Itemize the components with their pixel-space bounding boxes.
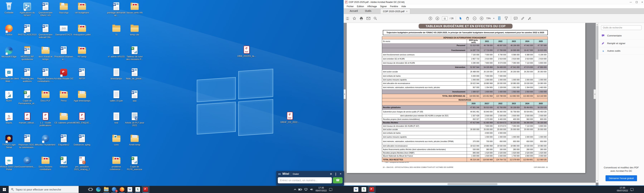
previous-page-icon[interactable] [428, 16, 433, 21]
desktop-icon[interactable]: S→καιρός [0, 112, 19, 124]
panel-item-fill-sign[interactable]: Remplir et signer [598, 39, 644, 47]
desktop-icon[interactable]: WQuestionnaire ONAC-VG [36, 2, 55, 17]
desktop-icon[interactable]: W→PASTILLAGE2010 [17, 24, 37, 36]
zoom-dropdown-caret-icon[interactable]: ▼ [493, 17, 495, 19]
scrolling-mode-icon[interactable] [504, 16, 508, 21]
desktop-icon[interactable]: PDFmanuel_utilisat... [17, 112, 37, 124]
desktop-icon[interactable]: WQuestionnaire indicatif ON... [36, 24, 55, 39]
desktop-icon[interactable]: WProcédure examen e... [54, 46, 74, 61]
menu-edition[interactable]: Edition [355, 5, 366, 8]
taskbar-app-explorer[interactable] [102, 186, 110, 193]
menu-signer[interactable]: Signer [378, 5, 388, 8]
page-number-input[interactable]: 11 [442, 16, 448, 20]
task-view-button[interactable] [86, 186, 94, 193]
desktop-icon[interactable]: →Applications du SENAT [17, 2, 37, 17]
desktop-icon[interactable]: knd [106, 112, 126, 124]
menu-aide[interactable]: Aide [400, 5, 408, 8]
tray-chevron-icon[interactable] [294, 189, 296, 191]
close-button[interactable]: × [642, 1, 643, 3]
nav-pane-toggle[interactable] [344, 89, 346, 99]
desktop-icon[interactable]: ✉Gouvernement_... [17, 156, 37, 168]
desktop-icon[interactable]: WEtiquettes2 [54, 134, 74, 146]
desktop-icon[interactable]: ♻Corbeille [0, 2, 19, 14]
desktop-icon[interactable]: XInflation [54, 156, 74, 168]
start-button[interactable] [0, 186, 8, 193]
desktop-icon[interactable]: WMODELE RP quotidienne [17, 46, 37, 61]
desktop-icon[interactable]: →Microsoft Edge [0, 46, 19, 58]
menu-fenêtre[interactable]: Fenêtre [388, 5, 400, 8]
tools-pane-toggle[interactable] [594, 89, 596, 99]
clock-right[interactable]: 17:35 05/07/2022 [617, 187, 628, 192]
desktop-icon[interactable]: ⚙StacsApp [54, 2, 74, 14]
close-icon[interactable]: × [339, 172, 342, 176]
desktop-icon[interactable]: PDFMEMO_ENQUE... [72, 112, 92, 124]
desktop-icon[interactable]: Anticipation juillet [72, 24, 92, 36]
sign-pen-icon[interactable] [527, 16, 532, 21]
desktop-icon[interactable]: ✉→Mozilla Thunderbird [36, 134, 55, 146]
desktop-icon[interactable]: Agat timestamps [72, 90, 92, 102]
desktop-icon[interactable]: WRPTP [72, 68, 92, 80]
desktop-icon[interactable]: Perso [54, 90, 74, 102]
desktop-icon[interactable]: salles 15 juin [106, 90, 126, 102]
desktop-icon[interactable]: CE cabinets privés [54, 112, 74, 124]
next-page-icon[interactable] [435, 16, 440, 21]
horizontal-scrollbar[interactable] [344, 183, 596, 186]
network-icon[interactable] [304, 188, 308, 191]
scroll-up-arrow[interactable] [596, 23, 598, 25]
zoom-in-icon[interactable] [479, 16, 484, 21]
vertical-scrollbar[interactable] [596, 23, 598, 183]
taskbar-app-excel[interactable]: X [134, 186, 142, 193]
taskbar-app-acrobat[interactable] [368, 186, 376, 193]
tab-document[interactable]: COP 2020-2025.pdf × [380, 9, 410, 14]
desktop-icon[interactable]: XCopie de Permanence_et... [17, 90, 37, 105]
hand-tool-icon[interactable] [465, 16, 470, 21]
scroll-down-arrow[interactable] [596, 181, 598, 182]
desktop-icon[interactable]: n° admin APLEG [106, 46, 126, 58]
desktop-icon[interactable]: temp cdv [125, 24, 144, 36]
desktop-icon[interactable]: →Acrobat Reader DC [54, 68, 74, 80]
panel-item-comment[interactable]: Commentaire [598, 32, 644, 39]
email-icon[interactable] [366, 16, 371, 21]
speaker-icon[interactable] [310, 188, 313, 191]
desktop-icon[interactable]: liasses amts AN [125, 2, 144, 14]
desktop-icon[interactable]: WNote_de_prese... [125, 68, 144, 80]
select-tool-icon[interactable] [458, 16, 463, 21]
desktop-icon[interactable]: conv [106, 134, 126, 146]
maximize-button[interactable] [636, 1, 638, 3]
taskbar-app-word[interactable]: W [126, 186, 134, 193]
desktop-icon[interactable]: ∞→MiVoice 5000 User Portal [0, 156, 19, 171]
action-center-icon[interactable] [329, 188, 332, 191]
zoom-level[interactable]: 73% [486, 17, 491, 20]
highlight-pencil-icon[interactable] [520, 16, 525, 21]
desktop-icon[interactable]: WRéponses SGG à la commission... [17, 134, 37, 149]
clock[interactable]: 17:35 05/07/2022 [316, 187, 327, 192]
taskbar-app-tbird[interactable]: 1 [110, 186, 118, 193]
panel-item-more-tools[interactable]: » Autres outils [598, 47, 644, 55]
desktop-icon[interactable]: Docu PLF [36, 90, 55, 102]
favorite-star-icon[interactable] [352, 16, 357, 21]
call-button[interactable]: ☎ [333, 177, 342, 183]
search-icon[interactable] [373, 16, 378, 21]
comment-bubble-icon[interactable] [514, 16, 518, 21]
tab-outils[interactable]: Outils [361, 9, 375, 14]
desktop-icon[interactable]: Ppre_sentation 2021_onacvg_2 [72, 156, 92, 171]
horizontal-scroll-thumb[interactable] [448, 183, 498, 185]
settings-gear-icon[interactable]: ⚙ [329, 173, 332, 175]
taskbar-app-firefox[interactable] [118, 186, 126, 193]
tools-search-input[interactable]: Outils de recherche [601, 25, 642, 30]
desktop-icon[interactable]: →Firefox [0, 24, 19, 36]
start-trial-button[interactable]: Démarrer l'essai gratuit [606, 175, 637, 181]
desktop-icon[interactable]: Améli temp [125, 134, 144, 146]
desktop-icon[interactable]: WRapport Anciens combattants - ... [36, 68, 55, 83]
save-icon[interactable] [345, 16, 350, 21]
tab-accueil[interactable]: Accueil [346, 9, 361, 14]
taskbar-search-input[interactable]: Tapez ici pour effectuer une recherche [8, 186, 79, 193]
taskbar-app-edge[interactable] [94, 186, 102, 193]
collapse-chevron-icon[interactable] [334, 173, 338, 175]
zoom-out-icon[interactable] [472, 16, 477, 21]
taskbar-app-acrobat[interactable] [142, 186, 150, 193]
fit-width-icon[interactable] [497, 16, 502, 21]
dialer-input[interactable]: Entrez un contact, un numéro... [278, 177, 332, 183]
desktop-icon[interactable]: Docu Anciens combattans [36, 156, 55, 171]
vertical-scroll-thumb[interactable] [596, 26, 598, 60]
